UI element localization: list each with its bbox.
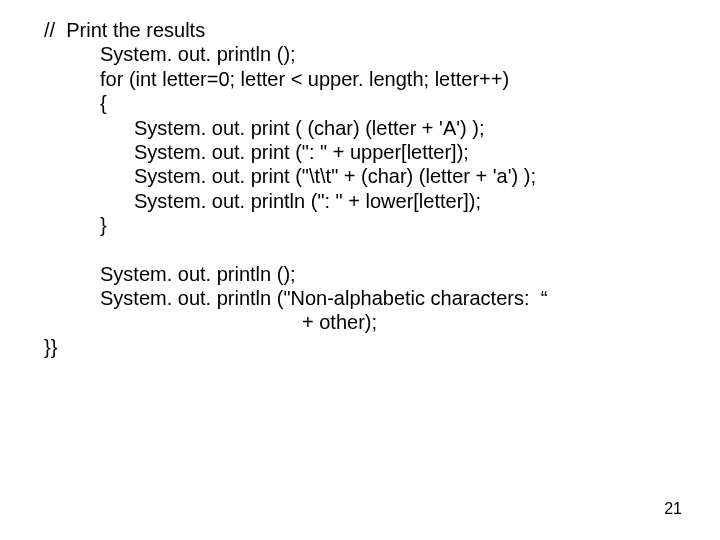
blank-line xyxy=(0,238,720,262)
code-line: System. out. println ("Non-alphabetic ch… xyxy=(0,286,720,310)
code-line: System. out. print ("\t\t" + (char) (let… xyxy=(0,164,720,188)
page-number: 21 xyxy=(664,500,682,518)
code-line: System. out. print ( (char) (letter + 'A… xyxy=(0,116,720,140)
code-line: System. out. println (": " + lower[lette… xyxy=(0,189,720,213)
code-line: for (int letter=0; letter < upper. lengt… xyxy=(0,67,720,91)
code-line: System. out. println (); xyxy=(0,42,720,66)
slide: // Print the results System. out. printl… xyxy=(0,0,720,540)
code-line: // Print the results xyxy=(0,18,720,42)
code-line: { xyxy=(0,91,720,115)
code-line: + other); xyxy=(0,310,720,334)
code-line: } xyxy=(0,213,720,237)
code-line: }} xyxy=(0,335,720,359)
code-line: System. out. println (); xyxy=(0,262,720,286)
code-line: System. out. print (": " + upper[letter]… xyxy=(0,140,720,164)
